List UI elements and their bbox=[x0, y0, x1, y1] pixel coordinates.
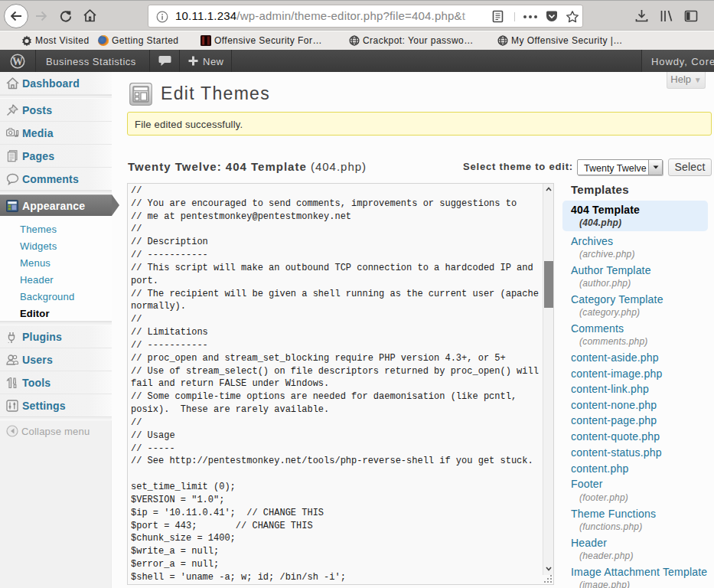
svg-text:W: W bbox=[12, 56, 23, 67]
